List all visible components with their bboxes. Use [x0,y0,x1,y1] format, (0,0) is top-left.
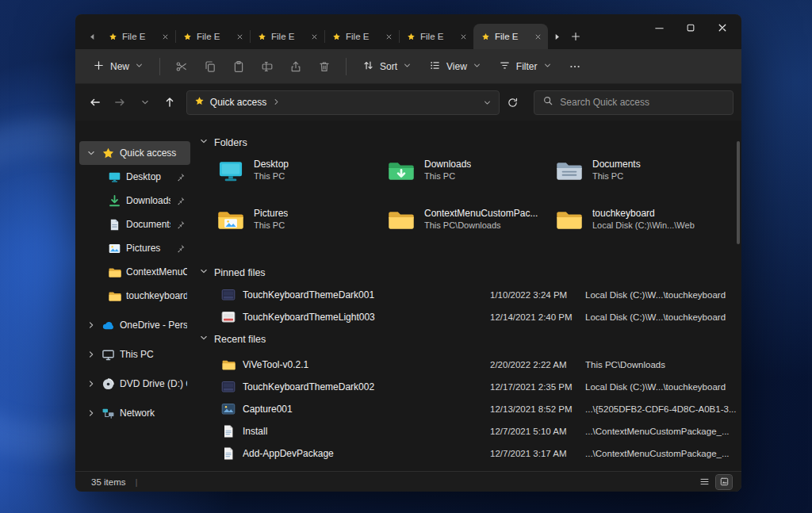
more-options-button[interactable] [561,55,588,78]
sidebar-item-dvd-drive-d-ccc[interactable]: DVD Drive (D:) CCC [79,372,190,396]
tab-close-icon[interactable] [308,30,320,43]
explorer-tab[interactable]: File E [101,24,175,49]
pictures-icon [108,242,121,255]
tab-favicon-star-icon [258,33,266,41]
expand-chevron-icon[interactable] [86,320,97,330]
new-button[interactable]: New [85,54,151,79]
collapse-chevron-icon[interactable] [199,136,209,148]
address-dropdown-chevron-icon[interactable] [483,98,492,107]
sidebar-item-label: This PC [120,349,187,360]
scrollbar-thumb[interactable] [737,141,740,244]
folder-tile-touchkeyboard[interactable]: touchkeyboard Local Disk (C:)\Win...\Web [555,206,718,255]
refresh-button[interactable] [501,90,524,114]
details-view-button[interactable] [696,475,712,489]
sidebar-item-documents[interactable]: Documents [79,212,190,236]
tab-favicon-star-icon [407,33,416,41]
file-name: TouchKeyboardThemeDark001 [243,289,490,301]
recent-locations-chevron-icon[interactable] [133,90,156,114]
tab-scroll-left-button[interactable] [83,24,101,49]
explorer-tab[interactable]: File E [250,24,324,49]
large-icons-view-button[interactable] [716,475,732,489]
sidebar-item-desktop[interactable]: Desktop [79,165,190,189]
breadcrumb[interactable]: Quick access [210,97,266,108]
downloads-folder-icon [387,157,416,186]
pin-icon [175,172,187,182]
file-row-capture001[interactable]: Capture001 12/13/2021 8:52 PM ...\{5205D… [194,398,741,420]
explorer-tab[interactable]: File E [175,24,250,49]
file-row-install[interactable]: Install 12/7/2021 5:10 AM ...\ContextMen… [194,420,741,442]
tab-close-icon[interactable] [233,30,246,43]
breadcrumb-chevron-icon[interactable] [272,95,281,109]
folder-tile-downloads[interactable]: Downloads This PC [387,157,550,206]
new-button-label: New [110,61,129,72]
collapse-chevron-icon[interactable] [199,266,209,278]
folder-tile-text: ContextMenuCustomPac... This PC\Download… [424,206,538,230]
cut-button[interactable] [168,55,195,78]
folder-tile-desktop[interactable]: Desktop This PC [216,157,379,206]
tab-scroll-right-button[interactable] [548,24,565,49]
back-button[interactable] [83,90,106,114]
sidebar-item-contextmenucust[interactable]: ContextMenuCust [79,260,190,284]
sidebar-item-network[interactable]: Network [79,401,190,425]
maximize-button[interactable] [675,16,707,40]
close-button[interactable] [707,16,738,40]
file-row-add-appdevpackage[interactable]: Add-AppDevPackage 12/7/2021 3:17 AM ...\… [194,442,741,465]
file-date: 1/10/2022 3:24 PM [490,290,585,300]
folder-tile-documents[interactable]: Documents This PC [555,157,718,206]
file-row-touchkeyboardthemelight003[interactable]: TouchKeyboardThemeLight003 12/14/2021 2:… [194,306,741,328]
section-header-recent-files[interactable]: Recent files [199,333,266,345]
delete-button[interactable] [311,55,338,78]
sidebar-item-pictures[interactable]: Pictures [79,236,190,260]
folder-icon [555,206,584,235]
section-header-folders[interactable]: Folders [199,136,247,148]
paste-button[interactable] [225,55,252,78]
tab-close-icon[interactable] [531,30,544,43]
file-location: ...\ContextMenuCustomPackage_... [585,449,741,458]
sidebar-item-onedrive-personal[interactable]: OneDrive - Personal [79,313,190,337]
sidebar-item-touchkeyboard[interactable]: touchkeyboard [79,284,190,308]
file-row-touchkeyboardthemedark002[interactable]: TouchKeyboardThemeDark002 12/17/2021 2:3… [194,376,741,398]
sidebar-item-quick-access[interactable]: Quick access [79,141,190,165]
section-title: Recent files [214,334,266,345]
share-button[interactable] [282,55,309,78]
explorer-tab[interactable]: File E [324,24,399,49]
sidebar-item-this-pc[interactable]: This PC [79,343,190,366]
tab-title: File E [122,32,154,41]
explorer-tab[interactable]: File E [399,24,473,49]
expand-chevron-icon[interactable] [86,408,97,418]
file-row-vivetool-v0-2-1[interactable]: ViVeTool-v0.2.1 2/20/2022 2:22 AM This P… [194,354,741,376]
rename-button[interactable] [254,55,281,78]
view-button[interactable]: View [421,54,489,79]
collapse-chevron-icon[interactable] [199,333,209,345]
collapse-chevron-icon[interactable] [86,148,97,158]
sidebar-item-label: Downloads [126,195,170,206]
sort-button[interactable]: Sort [354,54,419,79]
forward-button[interactable] [108,90,131,114]
minimize-button[interactable] [643,16,675,40]
tab-close-icon[interactable] [159,30,171,43]
folder-tile-contextmenucustompac[interactable]: ContextMenuCustomPac... This PC\Download… [387,206,550,255]
new-tab-button[interactable] [565,24,586,49]
file-row-touchkeyboardthemedark001[interactable]: TouchKeyboardThemeDark001 1/10/2022 3:24… [194,284,741,306]
tab-close-icon[interactable] [382,30,395,43]
folder-icon [108,289,121,303]
folder-name: Documents [592,159,641,170]
file-name: ViVeTool-v0.2.1 [243,359,490,370]
tab-close-icon[interactable] [457,30,469,43]
filter-button[interactable]: Filter [491,54,560,79]
expand-chevron-icon[interactable] [86,379,97,389]
section-header-pinned-files[interactable]: Pinned files [199,266,266,278]
explorer-tab-active[interactable]: File E [473,24,548,49]
folder-tile-text: Pictures This PC [254,206,288,230]
expand-chevron-icon[interactable] [86,350,97,359]
sidebar-item-downloads[interactable]: Downloads [79,189,190,212]
search-box[interactable]: Search Quick access [534,90,733,115]
up-button[interactable] [158,90,181,114]
folder-tile-pictures[interactable]: Pictures This PC [216,206,379,255]
tab-favicon-star-icon [183,33,192,41]
filter-button-label: Filter [516,61,538,72]
folder-location: This PC [254,171,289,181]
copy-button[interactable] [197,55,224,78]
address-bar[interactable]: Quick access [186,90,500,115]
folder-name: Downloads [424,159,471,170]
